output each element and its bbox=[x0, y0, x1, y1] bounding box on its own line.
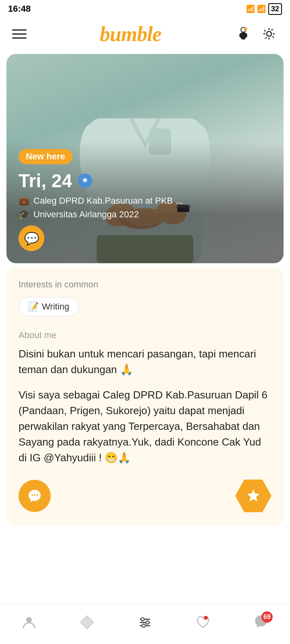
profile-name: Tri, 24 bbox=[19, 170, 72, 192]
messages-badge: 69 bbox=[261, 611, 273, 623]
job-text: Caleg DPRD Kab.Pasuruan at PKB ... bbox=[33, 196, 183, 206]
nav-messages[interactable]: 69 bbox=[253, 614, 269, 631]
svg-point-18 bbox=[34, 494, 35, 496]
app-logo: bumble bbox=[100, 22, 162, 46]
svg-point-5 bbox=[267, 31, 271, 36]
content-section: Interests in common 📝 Writing About me D… bbox=[6, 267, 284, 526]
new-here-badge: New here bbox=[19, 149, 72, 164]
battery-indicator: 📶 📶 bbox=[246, 4, 266, 13]
graduation-icon: 🎓 bbox=[19, 209, 29, 220]
svg-point-4 bbox=[244, 27, 247, 31]
education-row: 🎓 Universitas Airlangga 2022 bbox=[19, 209, 271, 220]
profile-card: New here Tri, 24 💼 Caleg DPRD Kab.Pasuru… bbox=[6, 54, 284, 263]
status-right: 📶 📶 32 bbox=[246, 3, 282, 15]
nav-filter[interactable] bbox=[137, 615, 153, 630]
status-bar: 16:48 📶 📶 32 bbox=[0, 0, 290, 18]
svg-point-17 bbox=[31, 494, 33, 496]
superlike-button[interactable] bbox=[235, 478, 271, 514]
svg-point-19 bbox=[36, 494, 38, 496]
interest-tag-writing: 📝 Writing bbox=[19, 297, 79, 316]
header: bumble bbox=[0, 18, 290, 50]
nav-likes[interactable] bbox=[195, 615, 211, 630]
menu-button[interactable] bbox=[12, 29, 27, 39]
briefcase-icon: 💼 bbox=[19, 196, 29, 206]
status-time: 16:48 bbox=[8, 4, 31, 14]
settings-button[interactable] bbox=[260, 25, 278, 43]
about-me-label: About me bbox=[19, 330, 271, 341]
verified-badge bbox=[78, 173, 92, 188]
profile-name-row: Tri, 24 bbox=[19, 170, 271, 192]
nav-profile[interactable] bbox=[21, 615, 37, 630]
writing-emoji: 📝 bbox=[28, 301, 39, 312]
svg-point-25 bbox=[146, 621, 149, 624]
writing-label: Writing bbox=[42, 301, 69, 312]
profile-overlay: New here Tri, 24 💼 Caleg DPRD Kab.Pasuru… bbox=[6, 141, 284, 263]
about-me-section: About me Disini bukan untuk mencari pasa… bbox=[19, 330, 271, 466]
svg-point-24 bbox=[141, 617, 144, 621]
svg-point-20 bbox=[26, 617, 32, 623]
bottom-spacer bbox=[0, 530, 290, 574]
about-me-text: Disini bukan untuk mencari pasangan, tap… bbox=[19, 346, 271, 466]
svg-point-2 bbox=[239, 32, 247, 39]
notification-button[interactable] bbox=[234, 25, 252, 43]
like-chat-button[interactable] bbox=[19, 480, 51, 512]
svg-point-27 bbox=[204, 616, 208, 620]
bottom-nav: 69 bbox=[0, 604, 290, 644]
interests-section: Interests in common 📝 Writing bbox=[19, 279, 271, 326]
svg-point-26 bbox=[142, 624, 145, 627]
header-actions bbox=[234, 25, 278, 43]
profile-image: New here Tri, 24 💼 Caleg DPRD Kab.Pasuru… bbox=[6, 54, 284, 263]
svg-rect-3 bbox=[241, 38, 245, 39]
job-row: 💼 Caleg DPRD Kab.Pasuruan at PKB ... bbox=[19, 196, 271, 206]
chat-button-card[interactable]: 💬 bbox=[19, 225, 44, 251]
education-text: Universitas Airlangga 2022 bbox=[33, 209, 139, 220]
profile-info: 💼 Caleg DPRD Kab.Pasuruan at PKB ... 🎓 U… bbox=[19, 196, 271, 220]
battery-level: 32 bbox=[268, 3, 282, 15]
interests-label: Interests in common bbox=[19, 279, 271, 290]
about-paragraph-1: Disini bukan untuk mencari pasangan, tap… bbox=[19, 346, 271, 378]
about-paragraph-2: Visi saya sebagai Caleg DPRD Kab.Pasurua… bbox=[19, 387, 271, 466]
card-actions bbox=[19, 478, 271, 514]
nav-discover[interactable] bbox=[79, 615, 95, 630]
